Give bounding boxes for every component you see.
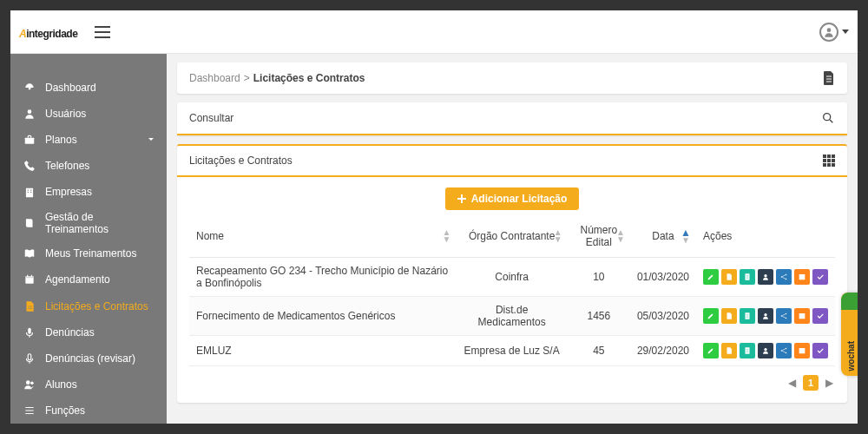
svg-rect-39 <box>799 348 806 353</box>
sidebar-item-denuncias[interactable]: Denúncias <box>10 319 167 345</box>
chevron-down-icon <box>148 138 155 141</box>
action-check-button[interactable] <box>812 343 828 358</box>
pager: ◀ 1 ▶ <box>177 366 847 403</box>
sidebar-item-funcoes[interactable]: Funções <box>10 398 167 424</box>
action-form-button[interactable] <box>740 269 755 285</box>
hamburger-icon[interactable] <box>95 26 110 38</box>
sidebar-item-label: Denúncias (revisar) <box>45 352 155 365</box>
sidebar-item-dashboard[interactable]: Dashboard <box>10 75 167 101</box>
pager-prev[interactable]: ◀ <box>788 377 796 389</box>
sidebar-item-agendamento[interactable]: Agendamento <box>10 266 167 293</box>
breadcrumb-sep: > <box>244 72 250 84</box>
sidebar-item-usuarios[interactable]: Usuários <box>10 101 167 127</box>
action-doc-button[interactable] <box>721 343 737 358</box>
cell-data: 29/02/2020 <box>630 336 696 366</box>
table-row: Fornecimento de Medicamentos GenéricosDi… <box>189 297 835 336</box>
svg-rect-7 <box>28 191 29 192</box>
svg-rect-17 <box>827 155 831 158</box>
action-share-button[interactable] <box>776 269 792 285</box>
svg-point-15 <box>824 114 831 121</box>
sidebar-item-telefones[interactable]: Telefones <box>10 153 167 179</box>
svg-rect-11 <box>28 327 31 333</box>
sidebar-item-licitacoes[interactable]: Licitações e Contratos <box>10 293 167 319</box>
breadcrumb: Dashboard > Licitações e Contratos <box>177 62 847 94</box>
th-nome[interactable]: Nome▲▼ <box>189 215 457 258</box>
cell-data: 05/03/2020 <box>630 297 696 336</box>
chevron-down-icon <box>842 30 849 35</box>
cell-data: 01/03/2020 <box>630 258 696 297</box>
pager-page[interactable]: 1 <box>803 375 819 391</box>
svg-rect-24 <box>832 163 835 167</box>
svg-point-25 <box>764 274 766 277</box>
consultar-label: Consultar <box>189 112 233 124</box>
svg-point-31 <box>781 315 783 317</box>
action-form-button[interactable] <box>740 308 755 324</box>
document-icon <box>823 71 835 85</box>
cell-orgao: Empresa de Luz S/A <box>457 336 568 366</box>
svg-point-14 <box>30 381 34 385</box>
svg-rect-34 <box>799 313 806 319</box>
svg-rect-5 <box>28 189 29 190</box>
cell-nome: EMLUZ <box>189 336 457 366</box>
consultar-card[interactable]: Consultar <box>177 102 847 135</box>
logo: Aintegridade <box>19 22 77 42</box>
th-numero[interactable]: Número Edital▲▼ <box>568 215 630 258</box>
svg-point-0 <box>827 28 832 32</box>
sidebar-item-label: Gestão de Treinamentos <box>45 211 155 235</box>
sidebar-item-label: Usuários <box>45 108 155 120</box>
th-orgao[interactable]: Órgão Contratante▲▼ <box>457 215 568 258</box>
chat-tab[interactable]: wochat <box>841 293 858 376</box>
action-form-button[interactable] <box>740 343 755 358</box>
action-calendar-button[interactable] <box>794 308 810 324</box>
action-share-button[interactable] <box>776 308 792 324</box>
action-member-button[interactable] <box>758 269 773 285</box>
add-licitacao-button[interactable]: Adicionar Licitação <box>445 187 580 210</box>
sidebar-item-label: Agendamento <box>45 273 155 286</box>
action-calendar-button[interactable] <box>794 269 810 285</box>
user-icon <box>23 107 36 121</box>
action-doc-button[interactable] <box>721 308 737 324</box>
cell-numero: 45 <box>568 336 630 366</box>
breadcrumb-root[interactable]: Dashboard <box>189 72 240 84</box>
sidebar-item-gestao-trein[interactable]: Gestão de Treinamentos <box>10 206 167 241</box>
row-actions <box>703 269 828 285</box>
action-check-button[interactable] <box>812 269 828 285</box>
sidebar-item-label: Dashboard <box>45 82 155 94</box>
cell-orgao: Dist.de Medicamentos <box>457 297 568 336</box>
cell-numero: 1456 <box>568 297 630 336</box>
sidebar-item-label: Meus Treinamentos <box>45 247 155 260</box>
search-icon[interactable] <box>821 111 835 125</box>
cell-acoes <box>696 336 835 366</box>
svg-point-2 <box>28 110 32 115</box>
plus-icon <box>457 194 466 203</box>
action-doc-button[interactable] <box>721 269 737 285</box>
sidebar-item-meus-trein[interactable]: Meus Treinamentos <box>10 240 167 266</box>
sidebar-item-alunos[interactable]: Alunos <box>10 372 167 398</box>
sidebar-item-empresas[interactable]: Empresas <box>10 179 167 205</box>
svg-rect-23 <box>827 163 831 167</box>
svg-point-33 <box>786 318 787 319</box>
action-calendar-button[interactable] <box>794 343 810 358</box>
action-edit-button[interactable] <box>703 269 719 285</box>
grid-icon[interactable] <box>823 155 835 167</box>
action-check-button[interactable] <box>812 308 828 324</box>
svg-point-32 <box>786 313 787 315</box>
phone-icon <box>23 159 36 173</box>
sidebar-item-planos[interactable]: Planos <box>10 127 167 153</box>
calendar-icon <box>23 273 36 286</box>
action-edit-button[interactable] <box>703 343 719 358</box>
sidebar-item-denuncias-rev[interactable]: Denúncias (revisar) <box>10 345 167 372</box>
lista-card: Licitações e Contratos A <box>177 144 847 403</box>
svg-point-37 <box>786 348 787 350</box>
action-share-button[interactable] <box>776 343 792 358</box>
svg-point-38 <box>786 352 787 354</box>
action-member-button[interactable] <box>758 343 773 358</box>
th-data[interactable]: Data▲▼ <box>630 215 696 258</box>
licitacoes-table: Nome▲▼ Órgão Contratante▲▼ Número Edital… <box>189 215 835 366</box>
pager-next[interactable]: ▶ <box>825 377 833 389</box>
user-menu[interactable] <box>819 23 849 42</box>
gauge-icon <box>23 81 36 95</box>
action-member-button[interactable] <box>758 308 773 324</box>
action-edit-button[interactable] <box>703 308 719 324</box>
sidebar-item-label: Planos <box>45 134 139 146</box>
